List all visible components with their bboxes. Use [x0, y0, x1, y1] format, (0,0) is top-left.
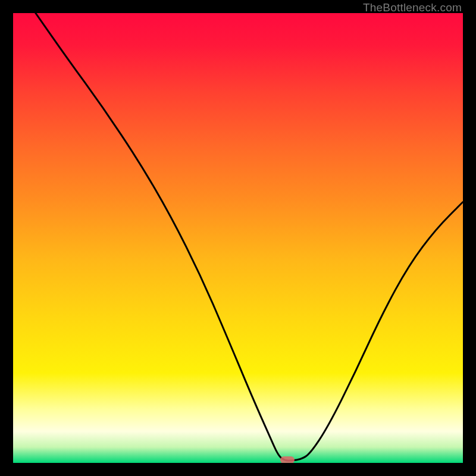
svg-rect-0 — [13, 13, 463, 463]
plot-area — [13, 13, 463, 463]
gradient-background — [13, 13, 463, 463]
optimum-marker — [280, 456, 295, 463]
chart-frame: TheBottleneck.com — [0, 0, 476, 476]
watermark-text: TheBottleneck.com — [363, 1, 462, 14]
